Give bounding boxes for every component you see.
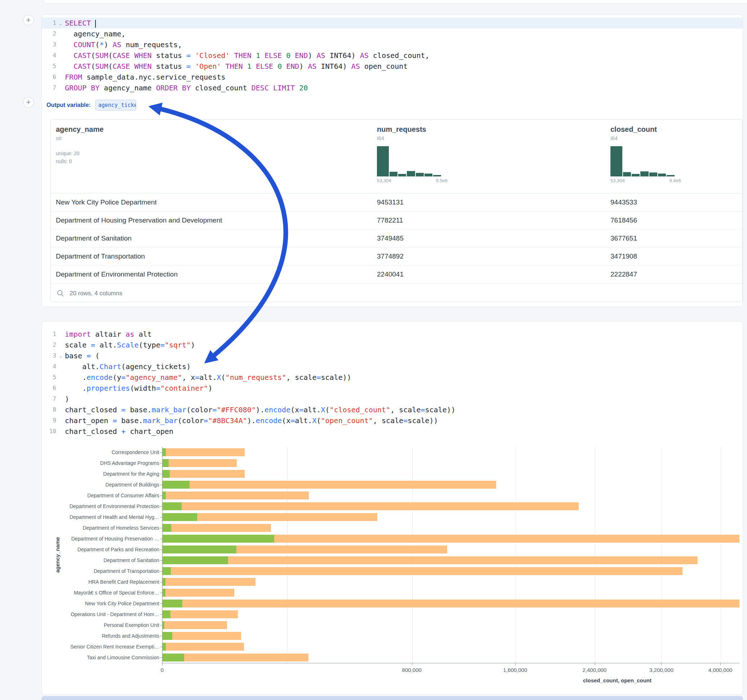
add-cell-button-top[interactable]: + [23, 15, 34, 26]
code-token: "agency_name" [126, 373, 182, 382]
code-token: chart_closed [65, 427, 121, 436]
code-line[interactable]: 7) [42, 394, 742, 404]
y-axis-label: Correspondence Unit [42, 447, 159, 458]
fold-spacer [56, 426, 65, 437]
bar-closed [163, 459, 237, 467]
code-line[interactable]: 5 CAST(SUM(CASE WHEN status = 'Open' THE… [42, 61, 742, 72]
y-axis-label: Department of Transportation [42, 566, 159, 576]
code-token [243, 62, 247, 71]
code-line[interactable]: 1⌄SELECT [42, 18, 742, 29]
bar-open [163, 448, 166, 456]
column-name[interactable]: num_requests [377, 125, 611, 134]
add-cell-button-middle[interactable]: + [23, 97, 34, 108]
bar-closed [163, 643, 244, 651]
code-line[interactable]: 4 CAST(SUM(CASE WHEN status = 'Closed' T… [42, 50, 742, 61]
y-tick [160, 463, 162, 463]
code-token: status [152, 62, 186, 71]
code-line[interactable]: 2 agency_name, [42, 29, 742, 39]
code-token: COUNT [74, 40, 95, 49]
histogram-bar [632, 174, 640, 177]
code-line[interactable]: 7GROUP BY agency_name ORDER BY closed_co… [42, 83, 742, 93]
table-cell: 9443533 [611, 193, 742, 211]
code-token: agency_name, [65, 30, 126, 38]
code-line[interactable]: 3 COUNT(*) AS num_requests, [42, 39, 742, 50]
code-token: , scale [390, 406, 420, 414]
table-footer: 20 rows, 4 columns [51, 283, 742, 302]
code-line[interactable]: 5 .encode(y="agency_name", x=alt.X("num_… [42, 372, 742, 383]
bar-closed [163, 610, 238, 618]
bar-closed [163, 556, 698, 564]
line-number: 6 [42, 72, 56, 83]
code-line[interactable]: 8chart_closed = base.mark_bar(color="#FF… [42, 404, 742, 415]
code-token: ELSE [256, 62, 273, 71]
column-name[interactable]: agency_name [56, 125, 377, 134]
bar-open [163, 492, 166, 499]
table-row[interactable]: Department of Housing Preservation and D… [51, 211, 742, 229]
gridline [595, 447, 595, 663]
code-text: scale = alt.Scale(type="sqrt") [65, 339, 742, 350]
line-number: 2 [42, 339, 56, 350]
code-token: ) [104, 40, 112, 49]
line-number: 5 [42, 372, 56, 383]
histogram-bar [640, 171, 648, 177]
code-token: INT64) [317, 62, 351, 71]
code-token: ( [108, 51, 112, 60]
code-line[interactable]: 3⌄base = ( [42, 350, 742, 361]
fold-chevron-icon[interactable]: ⌄ [56, 18, 65, 29]
code-line[interactable]: 4 alt.Chart(agency_tickets) [42, 361, 742, 372]
column-name[interactable]: closed_count [611, 125, 742, 134]
code-token: SELECT [65, 19, 91, 27]
code-token: (x [282, 416, 290, 425]
y-axis-label: Department of Consumer Affairs [42, 490, 159, 501]
y-axis-labels: Correspondence UnitDHS Advantage Program… [42, 447, 159, 663]
line-number: 6 [42, 383, 56, 394]
code-text: COUNT(*) AS num_requests, [65, 39, 742, 50]
fold-spacer [56, 394, 65, 404]
code-token [260, 51, 265, 60]
code-line[interactable]: 6FROM sample_data.nyc.service_requests [42, 72, 742, 83]
code-token: mark_bar [143, 416, 178, 425]
code-token: CASE [112, 51, 130, 60]
code-line[interactable]: 9chart_open = base.mark_bar(color="#8BC3… [42, 415, 742, 426]
code-token: alt. [295, 416, 312, 425]
code-token [295, 83, 299, 92]
code-token: 'Closed' [195, 51, 230, 60]
code-token [290, 51, 295, 60]
histogram-bar [667, 175, 674, 177]
python-editor[interactable]: 1import altair as alt2scale = alt.Scale(… [42, 321, 742, 437]
code-token: = [121, 406, 126, 414]
bar-open [163, 621, 164, 629]
line-number: 9 [42, 415, 56, 426]
code-token [65, 40, 74, 49]
y-axis-label: Department of Health and Mental Hyg… [42, 512, 159, 522]
table-cell: Department of Environmental Protection [51, 266, 377, 283]
code-token: = [316, 373, 321, 382]
histogram-range: 53,3049.5e6 [377, 178, 448, 183]
y-tick [160, 528, 162, 528]
histogram-bar [433, 175, 441, 177]
code-token: ( [91, 352, 100, 360]
fold-spacer [56, 50, 65, 61]
code-line[interactable]: 6 .properties(width="container") [42, 383, 742, 394]
code-token: "container" [160, 384, 208, 392]
code-line[interactable]: 10chart_closed + chart_open [42, 426, 742, 437]
table-row[interactable]: Department of Environmental Protection22… [51, 265, 742, 283]
table-row[interactable]: New York City Police Department945313194… [51, 193, 742, 211]
output-variable-chip[interactable]: agency_tickets [95, 100, 136, 110]
sql-editor[interactable]: 1⌄SELECT 2 agency_name,3 COUNT(*) AS num… [42, 15, 742, 93]
code-token: CAST [74, 51, 91, 60]
y-axis-label: Department for the Aging [42, 468, 159, 479]
fold-chevron-icon[interactable]: ⌄ [56, 350, 65, 361]
line-number: 7 [42, 83, 56, 93]
code-token: = [290, 416, 295, 425]
table-row[interactable]: Department of Sanitation37494853677651 [51, 229, 742, 247]
code-line[interactable]: 2scale = alt.Scale(type="sqrt") [42, 339, 742, 350]
text-cursor [95, 20, 96, 28]
search-icon[interactable] [57, 290, 65, 297]
code-token: ( [95, 40, 100, 49]
y-axis-label: Refunds and Adjustments [42, 631, 159, 641]
code-token: closed_count, [369, 51, 429, 60]
code-line[interactable]: 1import altair as alt [42, 329, 742, 339]
table-row[interactable]: Department of Transportation377489234719… [51, 247, 742, 265]
code-token [65, 62, 74, 71]
